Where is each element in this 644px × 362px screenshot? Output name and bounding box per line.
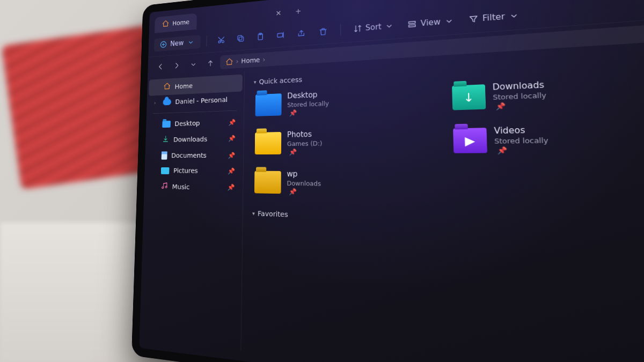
item-subtitle: Games (D:) [287, 139, 323, 147]
item-title: Videos [494, 125, 548, 136]
sidebar-item-label: Downloads [173, 135, 207, 143]
plus-circle-icon [160, 40, 167, 49]
svg-rect-9 [409, 25, 415, 27]
sidebar: Home › Daniel - Personal Desktop 📌 [140, 71, 245, 351]
rename-button[interactable] [272, 26, 290, 44]
filter-label: Filter [482, 12, 505, 23]
chevron-down-icon [189, 60, 197, 69]
chevron-down-icon [508, 11, 519, 21]
document-icon [162, 151, 167, 159]
sidebar-item-pictures[interactable]: Pictures 📌 [146, 163, 241, 179]
folder-icon [255, 93, 282, 116]
item-subtitle: Downloads [287, 180, 321, 188]
pin-icon: 📌 [289, 188, 321, 196]
arrow-left-icon [156, 62, 164, 71]
tab-home[interactable]: Home [155, 13, 197, 33]
section-favorites[interactable]: ▾ Favorites [252, 209, 644, 237]
sidebar-item-label: Pictures [173, 167, 198, 174]
item-title: wp [287, 169, 321, 179]
chevron-down-icon [444, 16, 455, 26]
pin-icon: 📌 [228, 119, 236, 125]
svg-rect-7 [277, 33, 283, 37]
sidebar-item-label: Desktop [174, 120, 200, 128]
delete-button[interactable] [313, 22, 333, 41]
sidebar-item-desktop[interactable]: Desktop 📌 [148, 114, 242, 131]
folder-item-wp[interactable]: wp Downloads 📌 [252, 167, 395, 200]
recent-button[interactable] [186, 56, 200, 72]
pin-icon: 📌 [228, 152, 235, 159]
tab-label: Home [172, 18, 189, 27]
breadcrumb-segment: Home [241, 56, 260, 64]
sidebar-item-downloads[interactable]: Downloads 📌 [147, 129, 242, 148]
section-label: Favorites [258, 210, 288, 219]
clipboard-icon [256, 32, 265, 41]
play-glyph: ▶ [465, 134, 475, 147]
svg-rect-3 [239, 36, 244, 41]
folder-item-photos[interactable]: Photos Games (D:) 📌 [253, 126, 394, 158]
new-button[interactable]: New [154, 35, 201, 52]
folder-icon [254, 171, 281, 194]
download-icon [162, 135, 169, 144]
sidebar-item-music[interactable]: Music 📌 [145, 178, 241, 196]
folder-icon [162, 121, 171, 128]
sort-icon [353, 24, 362, 33]
folder-item-desktop[interactable]: Desktop Stored locally 📌 [253, 85, 394, 120]
pictures-icon [161, 167, 170, 174]
view-icon [407, 19, 418, 29]
chevron-down-icon: ▾ [252, 210, 255, 217]
sidebar-item-label: Documents [171, 152, 207, 159]
svg-rect-4 [238, 35, 242, 40]
folder-item-downloads[interactable]: ↓ Downloads Stored locally 📌 [450, 74, 631, 114]
music-icon [160, 181, 168, 191]
view-button[interactable]: View [402, 12, 460, 32]
sidebar-item-label: Music [172, 183, 190, 190]
rename-icon [276, 30, 286, 40]
new-tab-button[interactable]: + [290, 3, 306, 20]
section-label: Quick access [259, 76, 302, 85]
item-subtitle: Stored locally [494, 136, 548, 145]
svg-rect-8 [409, 21, 415, 24]
forward-button[interactable] [170, 57, 184, 73]
pin-icon: 📌 [228, 135, 236, 142]
folder-icon: ▶ [453, 128, 487, 153]
sidebar-item-label: Home [175, 82, 193, 90]
copy-button[interactable] [232, 29, 250, 47]
close-icon: ✕ [275, 9, 281, 18]
sidebar-item-documents[interactable]: Documents 📌 [147, 147, 241, 163]
tab-close-button[interactable]: ✕ [270, 5, 287, 22]
breadcrumb-sep: › [262, 56, 265, 63]
view-label: View [421, 17, 441, 28]
breadcrumb-sep: › [236, 57, 239, 65]
svg-point-10 [162, 187, 164, 188]
arrow-right-icon [173, 61, 181, 70]
download-glyph: ↓ [463, 91, 474, 105]
home-icon [162, 19, 170, 29]
filter-button[interactable]: Filter [462, 7, 526, 28]
file-explorer-window: Home ✕ + New Sort View [131, 0, 644, 362]
folder-item-videos[interactable]: ▶ Videos Stored locally 📌 [451, 121, 634, 157]
folder-icon [255, 132, 282, 154]
sidebar-item-label: Daniel - Personal [175, 96, 228, 106]
cloud-icon [163, 99, 171, 105]
item-title: Desktop [287, 90, 329, 100]
arrow-up-icon [206, 58, 215, 68]
new-button-label: New [170, 39, 184, 48]
svg-point-11 [165, 186, 167, 188]
filter-icon [468, 14, 479, 24]
pin-icon: 📌 [228, 167, 235, 174]
home-icon [225, 57, 233, 66]
sort-button[interactable]: Sort [348, 18, 400, 37]
chevron-down-icon [385, 21, 394, 31]
up-button[interactable] [203, 55, 218, 71]
pin-icon: 📌 [228, 183, 235, 191]
back-button[interactable] [153, 58, 167, 74]
paste-button[interactable] [251, 27, 269, 46]
share-button[interactable] [292, 24, 311, 42]
item-title: Downloads [492, 80, 546, 92]
chevron-down-icon [187, 38, 194, 47]
cut-button[interactable] [213, 31, 230, 49]
item-title: Photos [287, 130, 322, 139]
item-subtitle: Stored locally [287, 100, 329, 109]
share-icon [297, 28, 306, 38]
chevron-down-icon: ▾ [254, 79, 257, 85]
